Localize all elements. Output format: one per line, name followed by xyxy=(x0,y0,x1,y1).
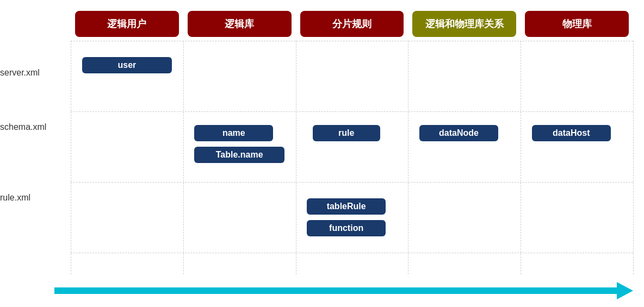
rule-cell: rule xyxy=(313,125,380,141)
col-header-logical-physical-rel: 逻辑和物理库关系 xyxy=(412,11,516,37)
arrow-head xyxy=(617,282,633,299)
arrow-container xyxy=(54,285,633,296)
cells: user name Table.name rule dataNode dataH… xyxy=(71,41,633,274)
row-labels: server.xml schema.xml rule.xml xyxy=(0,41,71,274)
name-cell: name xyxy=(194,125,273,141)
datanode-cell: dataNode xyxy=(419,125,498,141)
row-label-schema-xml: schema.xml xyxy=(0,122,46,132)
col-headers: 逻辑用户 逻辑库 分片规则 逻辑和物理库关系 物理库 xyxy=(71,11,633,41)
user-cell: user xyxy=(82,57,172,73)
grid-col-5 xyxy=(633,41,634,274)
function-cell: function xyxy=(307,220,386,236)
datahost-cell: dataHost xyxy=(532,125,611,141)
col-header-logical-db: 逻辑库 xyxy=(188,11,292,37)
table-name-cell: Table.name xyxy=(194,147,284,163)
arrow-line xyxy=(54,287,617,294)
row-label-server-xml: server.xml xyxy=(0,68,40,78)
col-header-shard-rule: 分片规则 xyxy=(300,11,404,37)
col-header-logical-user: 逻辑用户 xyxy=(75,11,179,37)
row-label-rule-xml: rule.xml xyxy=(0,193,30,203)
diagram: 逻辑用户 逻辑库 分片规则 逻辑和物理库关系 物理库 server.xml sc… xyxy=(0,0,644,307)
grid-area: 逻辑用户 逻辑库 分片规则 逻辑和物理库关系 物理库 server.xml sc… xyxy=(71,11,633,274)
col-header-physical-db: 物理库 xyxy=(525,11,629,37)
tablerule-cell: tableRule xyxy=(307,198,386,215)
